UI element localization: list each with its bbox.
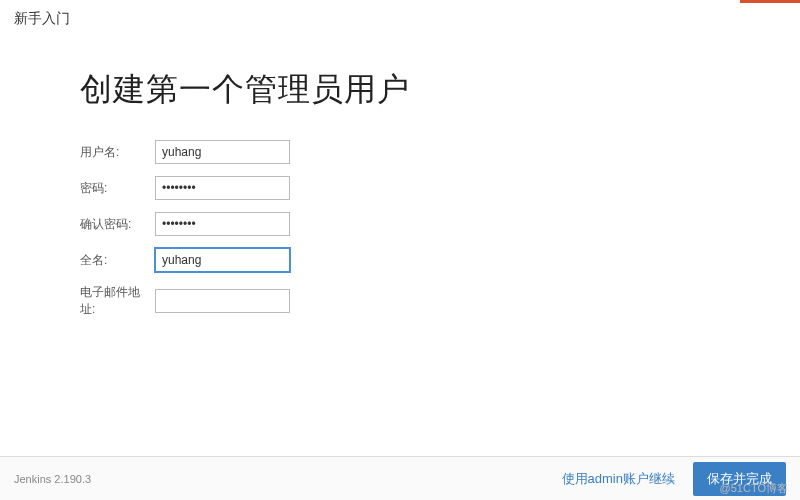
- footer: Jenkins 2.190.3 使用admin账户继续 保存并完成: [0, 456, 800, 500]
- form-row-confirm-password: 确认密码:: [80, 212, 720, 236]
- skip-admin-button[interactable]: 使用admin账户继续: [562, 470, 675, 488]
- form-row-fullname: 全名:: [80, 248, 720, 272]
- window-accent: [740, 0, 800, 3]
- confirm-password-input[interactable]: [155, 212, 290, 236]
- username-label: 用户名:: [80, 144, 155, 161]
- password-label: 密码:: [80, 180, 155, 197]
- username-input[interactable]: [155, 140, 290, 164]
- form-row-password: 密码:: [80, 176, 720, 200]
- page-title: 创建第一个管理员用户: [80, 68, 720, 112]
- header: 新手入门: [0, 0, 800, 38]
- form-row-username: 用户名:: [80, 140, 720, 164]
- password-input[interactable]: [155, 176, 290, 200]
- watermark: @51CTO博客: [720, 481, 788, 496]
- email-label: 电子邮件地址:: [80, 284, 155, 318]
- version-text: Jenkins 2.190.3: [14, 473, 91, 485]
- header-title: 新手入门: [14, 10, 70, 26]
- fullname-label: 全名:: [80, 252, 155, 269]
- main-content: 创建第一个管理员用户 用户名: 密码: 确认密码: 全名: 电子邮件地址:: [0, 38, 800, 318]
- fullname-input[interactable]: [155, 248, 290, 272]
- form-row-email: 电子邮件地址:: [80, 284, 720, 318]
- confirm-password-label: 确认密码:: [80, 216, 155, 233]
- email-input[interactable]: [155, 289, 290, 313]
